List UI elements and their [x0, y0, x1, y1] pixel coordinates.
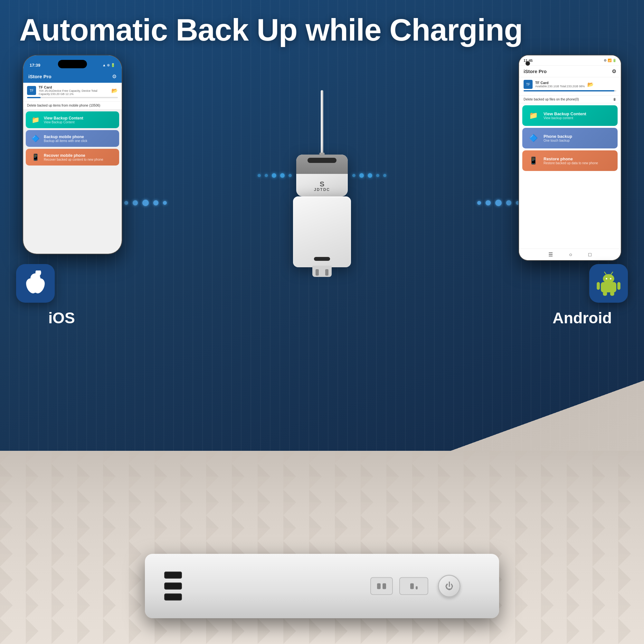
cdot-r4 — [506, 200, 511, 205]
svg-rect-9 — [603, 292, 607, 296]
cdot-l4 — [142, 200, 149, 206]
ios-menu-item-recover[interactable]: 📱 Recover mobile phone Recover backed up… — [26, 149, 119, 166]
ios-app-title: iStore Pro — [28, 74, 52, 79]
charger-assembly: SJDTDC — [258, 90, 386, 267]
ios-delete-section: Delete backed up items from mobile phone… — [23, 102, 122, 109]
android-phone-body: 11:45 ⚙ 📶 🔋 iStore Pro ⚙ TF TF Card Avai… — [518, 55, 621, 261]
ios-folder-menu-icon: 📁 — [30, 115, 41, 125]
android-tf-avail: Available:230.1GB Total:233.2GB 98% — [535, 85, 585, 88]
android-menu-item-view[interactable]: 📁 View Backup Content View backup conten… — [522, 105, 618, 126]
ios-phone-screen: 17:39 ▲ ⊕ 🔋 iStore Pro ⚙ TF TF Card 70X … — [23, 55, 122, 254]
cdot-r3 — [495, 200, 502, 206]
led-dot-5 — [289, 174, 292, 177]
android-menu-subtitle-2: One touch backup — [544, 139, 572, 142]
ios-backup-icon: 🔷 — [30, 133, 41, 144]
android-tf-bar — [524, 90, 616, 91]
android-platform-label: Android — [553, 309, 612, 327]
android-phone-mockup: 11:45 ⚙ 📶 🔋 iStore Pro ⚙ TF TF Card Avai… — [518, 55, 621, 261]
ios-tf-detail: 70X 25.0GDevice Free Capacity, Device To… — [39, 89, 109, 96]
android-tf-row: TF TF Card Available:230.1GB Total:233.2… — [524, 80, 616, 89]
usb-port-3 — [164, 593, 182, 601]
led-dot-r1 — [352, 174, 355, 177]
android-menu-text-3: Restore phone Restore backed up data to … — [544, 156, 598, 165]
ios-menu-item-backup-phone[interactable]: 🔷 Backup mobile phone Backup all items w… — [26, 130, 119, 147]
android-menu-text-2: Phone backup One touch backup — [544, 134, 572, 142]
android-trash-icon: 🗑 — [613, 98, 616, 101]
ios-gear-icon: ⚙ — [112, 73, 117, 80]
connect-dots-left — [116, 200, 167, 206]
android-screen: 11:45 ⚙ 📶 🔋 iStore Pro ⚙ TF TF Card Avai… — [519, 55, 621, 260]
charger-usb-port — [314, 257, 330, 261]
ios-folder-icon: 📂 — [111, 88, 118, 94]
outlet-hole-4 — [416, 586, 418, 589]
android-menu-item-backup[interactable]: 🔷 Phone backup One touch backup — [522, 128, 618, 148]
ios-tf-card-row: TF TF Card 70X 25.0GDevice Free Capacity… — [27, 85, 118, 96]
cdot-r1 — [477, 201, 481, 205]
ios-platform-badge — [16, 264, 55, 303]
ios-menu-text-3: Recover mobile phone Recover backed up c… — [44, 153, 103, 161]
dynamic-island — [58, 60, 87, 68]
android-tf-icon: TF — [524, 80, 533, 89]
android-tf-name: TF Card — [535, 81, 585, 85]
android-delete-section: Delete backed up files on the phone(0) 🗑 — [519, 96, 621, 103]
ios-tf-name: TF Card — [39, 85, 109, 89]
ios-menu-item-inner-1: 📁 View Backup Content View Backup Conten… — [26, 111, 119, 128]
android-platform-badge — [589, 264, 628, 303]
led-dots-right — [352, 173, 386, 178]
ios-status-icons: ▲ ⊕ 🔋 — [102, 63, 115, 67]
led-dot-3 — [272, 173, 276, 178]
ios-delete-text: Delete backed up items from mobile phone… — [27, 104, 100, 107]
ios-menu-subtitle-3: Recover backed up content to new phone — [44, 158, 103, 161]
android-logo-icon — [596, 270, 621, 296]
ios-recover-icon: 📱 — [30, 152, 41, 162]
android-tf-section: TF TF Card Available:230.1GB Total:233.2… — [519, 77, 621, 96]
led-dot-r4 — [376, 174, 379, 177]
charger-logo: SJDTDC — [314, 181, 330, 192]
android-menu-inner-3: 📱 Restore phone Restore backed up data t… — [522, 150, 618, 171]
ios-phone-body: 17:39 ▲ ⊕ 🔋 iStore Pro ⚙ TF TF Card 70X … — [23, 55, 122, 254]
android-restore-icon: 📱 — [527, 154, 540, 167]
ios-label-text: iOS — [48, 309, 75, 327]
android-app-header: iStore Pro ⚙ — [519, 66, 621, 77]
usb-ports-group — [164, 572, 182, 601]
android-gear-icon: ⚙ — [612, 68, 616, 74]
android-menu-text-1: View Backup Content View backup content — [544, 111, 586, 120]
android-status-bar: 11:45 ⚙ 📶 🔋 — [519, 55, 621, 66]
cdot-r2 — [486, 200, 491, 205]
headline-area: Automatic Back Up while Charging — [19, 13, 625, 47]
svg-rect-7 — [597, 282, 600, 290]
charger-top-face — [296, 155, 348, 174]
ios-tf-progress-bar — [27, 97, 118, 98]
ios-menu-title-2: Backup mobile phone — [44, 135, 87, 139]
ios-tf-progress-fill — [27, 97, 41, 98]
outlet-1 — [370, 577, 393, 595]
led-dot-4 — [280, 173, 285, 178]
android-menu-title-3: Restore phone — [544, 156, 598, 161]
android-menu-inner-1: 📁 View Backup Content View backup conten… — [522, 105, 618, 126]
cdot-l6 — [163, 201, 167, 205]
svg-point-2 — [603, 274, 614, 283]
svg-rect-10 — [610, 292, 614, 296]
android-nav-bar: ☰ ○ □ — [519, 249, 621, 260]
outlet-2 — [399, 577, 428, 595]
svg-line-6 — [611, 272, 613, 274]
ios-time: 17:39 — [30, 63, 40, 68]
ios-menu-item-backup-content[interactable]: 📁 View Backup Content View Backup Conten… — [26, 111, 119, 128]
android-app-title: iStore Pro — [524, 69, 547, 74]
android-menu-inner-2: 🔷 Phone backup One touch backup — [522, 128, 618, 148]
led-dot-2 — [265, 174, 268, 177]
power-button[interactable]: ⏻ — [438, 575, 460, 597]
android-camera — [526, 61, 530, 66]
main-headline: Automatic Back Up while Charging — [19, 13, 625, 47]
svg-point-3 — [606, 278, 607, 279]
outlet-group — [370, 577, 428, 595]
android-folder-menu-icon: 📁 — [527, 109, 540, 122]
android-menu-item-restore[interactable]: 📱 Restore phone Restore backed up data t… — [522, 150, 618, 171]
ios-tf-info: TF Card 70X 25.0GDevice Free Capacity, D… — [39, 85, 109, 96]
led-dot-r2 — [359, 173, 364, 178]
cdot-l2 — [124, 201, 128, 205]
usb-port-2 — [164, 582, 182, 590]
led-dot-r3 — [368, 173, 372, 178]
cdot-l3 — [133, 200, 138, 205]
usb-cable — [321, 90, 323, 155]
